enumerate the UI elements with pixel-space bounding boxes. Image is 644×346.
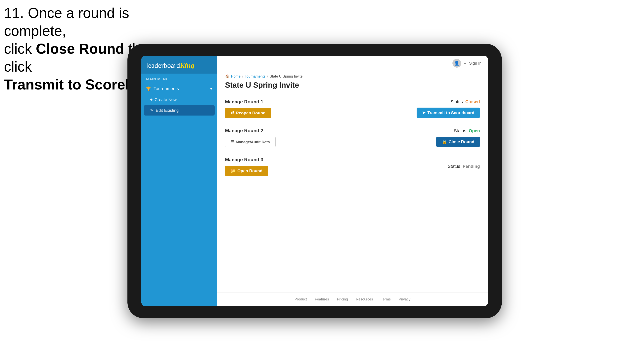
- close-round-button[interactable]: 🔒 Close Round: [436, 137, 480, 147]
- round-1-right: Status: Closed ➤ Transmit to Scoreboard: [416, 99, 480, 118]
- tablet-frame: leaderboardKing MAIN MENU Tournaments Cr…: [128, 44, 502, 318]
- content-area: Manage Round 1 ↺ Reopen Round Status: Cl…: [217, 94, 488, 292]
- page-title: State U Spring Invite: [217, 80, 488, 94]
- app-layout: leaderboardKing MAIN MENU Tournaments Cr…: [142, 56, 488, 306]
- create-new-label: Create New: [154, 97, 177, 102]
- reopen-round-button[interactable]: ↺ Reopen Round: [225, 108, 271, 118]
- round-section-1: Manage Round 1 ↺ Reopen Round Status: Cl…: [225, 94, 480, 123]
- breadcrumb-current: State U Spring Invite: [270, 74, 302, 79]
- tablet-screen: leaderboardKing MAIN MENU Tournaments Cr…: [142, 56, 488, 306]
- send-icon: ➤: [422, 110, 426, 115]
- round-2-right: Status: Open 🔒 Close Round: [436, 128, 480, 147]
- sidebar-tournaments-label: Tournaments: [154, 86, 179, 91]
- logo-suffix: King: [180, 61, 194, 69]
- round-2-title: Manage Round 2: [225, 128, 276, 133]
- footer-terms[interactable]: Terms: [381, 297, 391, 302]
- close-round-label: Close Round: [449, 139, 474, 144]
- round-3-status: Status: Pending: [448, 164, 480, 169]
- round-1-status: Status: Closed: [450, 99, 480, 104]
- sign-in-label[interactable]: Sign In: [469, 61, 482, 66]
- footer-pricing[interactable]: Pricing: [337, 297, 348, 302]
- manage-audit-data-button[interactable]: ☰ Manage/Audit Data: [225, 137, 276, 147]
- status-closed-badge: Closed: [466, 99, 480, 104]
- lock-icon: 🔒: [442, 139, 447, 144]
- round-1-left: Manage Round 1 ↺ Reopen Round: [225, 99, 271, 118]
- round-section-2: Manage Round 2 ☰ Manage/Audit Data Statu…: [225, 123, 480, 152]
- top-bar: 👤 → Sign In: [217, 56, 488, 71]
- open-round-label: Open Round: [237, 169, 262, 173]
- chevron-down-icon: [210, 86, 212, 91]
- trophy-icon: [146, 86, 151, 91]
- home-icon: 🏠: [225, 74, 230, 79]
- app-logo: leaderboardKing: [146, 61, 212, 70]
- user-icon: 👤: [454, 61, 460, 66]
- round-3-right: Status: Pending: [448, 164, 480, 169]
- footer: Product Features Pricing Resources Terms…: [217, 292, 488, 306]
- refresh-icon: ↺: [230, 111, 234, 115]
- breadcrumb-sep-1: /: [242, 74, 243, 79]
- sidebar-item-edit-existing[interactable]: Edit Existing: [144, 105, 215, 116]
- round-1-title: Manage Round 1: [225, 99, 271, 105]
- sidebar-item-tournaments[interactable]: Tournaments: [142, 83, 217, 94]
- breadcrumb-sep-2: /: [267, 74, 268, 79]
- footer-product[interactable]: Product: [294, 297, 307, 302]
- footer-resources[interactable]: Resources: [356, 297, 373, 302]
- edit-existing-label: Edit Existing: [156, 108, 179, 113]
- breadcrumb-tournaments[interactable]: Tournaments: [245, 74, 266, 79]
- transmit-label: Transmit to Scoreboard: [427, 110, 474, 115]
- main-menu-label: MAIN MENU: [142, 74, 217, 83]
- sidebar-item-create-new[interactable]: Create New: [142, 94, 217, 105]
- round-3-title: Manage Round 3: [225, 157, 268, 163]
- audit-label: Manage/Audit Data: [236, 140, 270, 144]
- footer-features[interactable]: Features: [315, 297, 329, 302]
- open-round-button[interactable]: 📂 Open Round: [225, 166, 268, 176]
- reopen-round-label: Reopen Round: [236, 111, 266, 115]
- logo-area: leaderboardKing: [142, 56, 217, 74]
- breadcrumb-home[interactable]: Home: [231, 74, 240, 79]
- plus-icon: [150, 97, 152, 102]
- folder-open-icon: 📂: [230, 169, 236, 173]
- edit-icon: [150, 108, 154, 113]
- arrow-right-icon: →: [463, 61, 467, 66]
- status-open-badge: Open: [469, 128, 480, 133]
- avatar: 👤: [452, 59, 461, 68]
- sidebar: leaderboardKing MAIN MENU Tournaments Cr…: [142, 56, 217, 306]
- status-pending-badge: Pending: [462, 164, 480, 169]
- round-3-left: Manage Round 3 📂 Open Round: [225, 157, 268, 176]
- main-content: 👤 → Sign In 🏠 Home / Tournaments / State…: [217, 56, 488, 306]
- logo-prefix: leaderboard: [146, 61, 180, 69]
- sign-in-area[interactable]: 👤 → Sign In: [452, 59, 482, 68]
- round-section-3: Manage Round 3 📂 Open Round Status: Pend…: [225, 152, 480, 181]
- footer-privacy[interactable]: Privacy: [399, 297, 410, 302]
- round-2-left: Manage Round 2 ☰ Manage/Audit Data: [225, 128, 276, 147]
- transmit-to-scoreboard-button[interactable]: ➤ Transmit to Scoreboard: [416, 108, 480, 118]
- folder-icon: ☰: [231, 140, 234, 144]
- round-2-status: Status: Open: [454, 128, 480, 133]
- breadcrumb: 🏠 Home / Tournaments / State U Spring In…: [217, 71, 488, 80]
